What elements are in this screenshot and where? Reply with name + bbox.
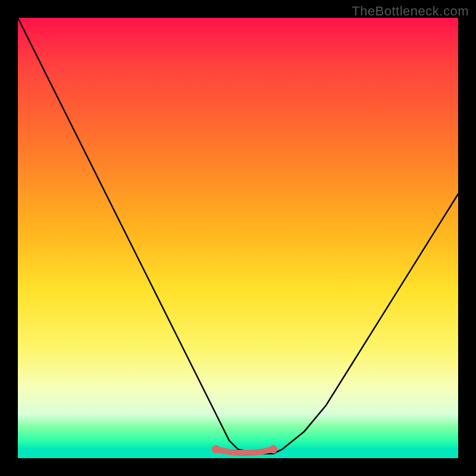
marker-end-dot <box>212 445 220 453</box>
bottleneck-curve <box>18 18 458 454</box>
watermark-text: TheBottleneck.com <box>352 4 469 19</box>
marker-end-dot <box>269 445 277 453</box>
plot-area <box>18 18 458 458</box>
chart-frame: TheBottleneck.com <box>0 0 476 476</box>
curve-layer <box>18 18 458 458</box>
bottom-marker-band <box>216 449 273 453</box>
